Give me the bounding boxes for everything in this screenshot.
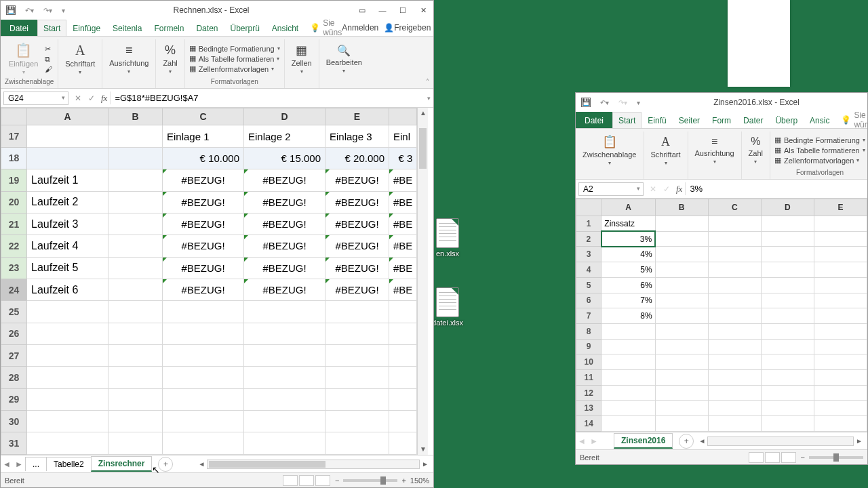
name-box[interactable]: G24 (3, 92, 68, 105)
row-header[interactable]: 3 (576, 247, 601, 262)
row-header[interactable]: 4 (576, 262, 601, 278)
row-header[interactable]: 10 (576, 354, 601, 370)
cell[interactable] (655, 247, 708, 262)
cell[interactable] (108, 432, 163, 455)
cell[interactable]: #BEZUG! (244, 257, 326, 279)
cell[interactable]: #BE (389, 191, 417, 213)
tab-view[interactable]: Ansicht (266, 20, 304, 36)
cell[interactable] (761, 293, 814, 308)
cell[interactable] (761, 339, 814, 354)
cell[interactable] (108, 169, 163, 191)
name-box[interactable]: A2 (578, 182, 644, 196)
cell[interactable] (708, 354, 761, 370)
editing-group[interactable]: 🔍Bearbeiten▾ (323, 43, 365, 75)
tab-data[interactable]: Daten (190, 20, 224, 36)
cell[interactable]: #BEZUG! (326, 213, 389, 235)
cell[interactable] (761, 308, 814, 324)
cell[interactable] (814, 416, 867, 432)
titlebar[interactable]: 💾 ↶▾ ↷▾ ▾ Rechnen.xlsx - Excel ▭ — ☐ ✕ (1, 1, 433, 20)
cell[interactable] (108, 213, 163, 235)
tab-review[interactable]: Überprü (224, 20, 265, 36)
tab-formulas[interactable]: Form (706, 112, 737, 128)
fx-icon[interactable]: fx (98, 93, 110, 104)
cell[interactable] (389, 388, 417, 410)
cell[interactable] (761, 277, 814, 293)
cell[interactable] (655, 262, 708, 278)
copy-icon[interactable]: ⧉ (45, 55, 52, 64)
cell[interactable]: #BEZUG! (244, 169, 326, 191)
cell[interactable]: #BEZUG! (326, 191, 389, 213)
cell[interactable] (244, 323, 326, 344)
cell[interactable] (27, 367, 108, 388)
tab-data[interactable]: Dater (737, 112, 769, 128)
number-group[interactable]: %Zahl▾ (746, 134, 766, 166)
cell[interactable]: #BEZUG! (244, 191, 326, 213)
cell[interactable] (601, 370, 655, 386)
row-header[interactable]: 1 (576, 216, 601, 231)
select-all[interactable] (1, 108, 27, 125)
add-sheet-button[interactable]: + (679, 434, 694, 449)
cell[interactable] (108, 345, 163, 367)
cell[interactable] (655, 354, 708, 370)
alignment-group[interactable]: ≡Ausrichtung▾ (106, 42, 151, 76)
row-header[interactable]: 31 (1, 432, 27, 455)
horizontal-scrollbar[interactable]: ◄► (196, 460, 431, 469)
save-icon[interactable]: 💾 (581, 98, 591, 107)
cell[interactable] (655, 385, 708, 401)
tell-me[interactable]: 💡 Sie wüns (310, 20, 342, 36)
row-header[interactable]: 8 (576, 323, 601, 339)
row-header[interactable]: 13 (576, 401, 601, 416)
cell[interactable]: #BE (389, 279, 417, 300)
cell[interactable]: #BEZUG! (326, 279, 389, 300)
cell[interactable]: Einl (389, 125, 417, 147)
format-as-table[interactable]: ▦Als Tabelle formatieren ▾ (189, 54, 280, 63)
worksheet-grid[interactable]: ABCDE17Einlage 1Einlage 2Einlage 3Einl18… (1, 108, 417, 455)
cell-styles[interactable]: ▦Zellenformatvorlagen ▾ (774, 156, 865, 165)
enter-icon[interactable]: ✓ (85, 94, 98, 103)
sheet-nav-next[interactable]: ► (13, 460, 25, 469)
cell[interactable]: € 15.000 (244, 147, 326, 169)
cell[interactable] (655, 308, 708, 324)
cell[interactable] (108, 411, 163, 432)
cell[interactable] (163, 388, 244, 410)
horizontal-scrollbar[interactable]: ◄► (696, 436, 865, 446)
cell[interactable] (27, 388, 108, 410)
cell[interactable] (326, 323, 389, 344)
cell[interactable] (326, 301, 389, 323)
view-page-layout-icon[interactable] (299, 475, 314, 486)
conditional-formatting[interactable]: ▦Bedingte Formatierung ▾ (774, 136, 865, 144)
cell[interactable] (708, 370, 761, 386)
minimize-button[interactable]: — (372, 1, 393, 20)
row-header[interactable]: 26 (1, 323, 27, 344)
cell[interactable] (814, 354, 867, 370)
cell[interactable] (326, 388, 389, 410)
cell[interactable] (761, 385, 814, 401)
sheet-nav-next[interactable]: ► (588, 436, 600, 446)
cell[interactable]: #BEZUG! (163, 257, 244, 279)
cell[interactable]: Einlage 1 (163, 125, 244, 147)
row-header[interactable]: 12 (576, 385, 601, 401)
tab-view[interactable]: Ansic (804, 112, 835, 128)
column-header[interactable]: E (814, 199, 867, 216)
row-header[interactable]: 23 (1, 257, 27, 279)
cell[interactable] (601, 401, 655, 416)
tab-file[interactable]: Datei (1, 20, 37, 36)
cell[interactable] (389, 411, 417, 432)
cell[interactable] (761, 247, 814, 262)
cell[interactable]: #BEZUG! (163, 169, 244, 191)
cells-group[interactable]: ▦Zellen▾ (289, 41, 315, 76)
row-header[interactable]: 22 (1, 235, 27, 257)
cell[interactable] (326, 367, 389, 388)
format-as-table[interactable]: ▦Als Tabelle formatieren ▾ (774, 146, 865, 155)
tab-start[interactable]: Start (37, 20, 66, 36)
cell[interactable] (163, 367, 244, 388)
cell[interactable] (708, 216, 761, 231)
cell[interactable]: #BEZUG! (244, 235, 326, 257)
view-normal-icon[interactable] (283, 475, 298, 486)
view-page-break-icon[interactable] (781, 452, 796, 463)
cell[interactable] (708, 247, 761, 262)
add-sheet-button[interactable]: + (158, 457, 173, 472)
cell[interactable]: #BE (389, 213, 417, 235)
cell[interactable]: #BE (389, 235, 417, 257)
cell[interactable] (655, 231, 708, 247)
